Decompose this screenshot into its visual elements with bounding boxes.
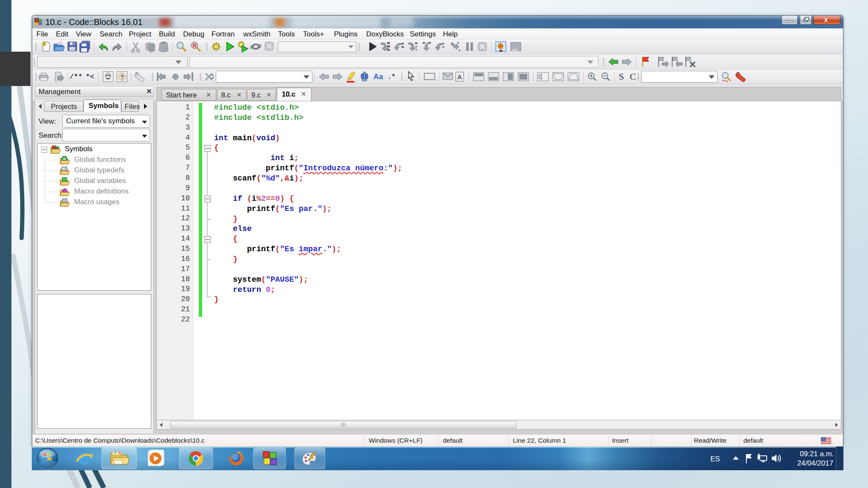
svg-text:A: A [457, 73, 462, 80]
svg-text:.*: .* [387, 73, 395, 81]
svg-text:09:21 a.m.: 09:21 a.m. [800, 450, 834, 458]
svg-text:Aa: Aa [373, 72, 384, 81]
svg-text:*<: *< [86, 73, 94, 81]
svg-text:C: C [630, 71, 636, 82]
svg-text:?: ? [120, 73, 124, 80]
svg-text:ES: ES [710, 455, 720, 463]
svg-text:/**: /** [70, 73, 83, 81]
svg-text:S: S [619, 71, 624, 82]
svg-text:24/04/2017: 24/04/2017 [797, 459, 833, 467]
